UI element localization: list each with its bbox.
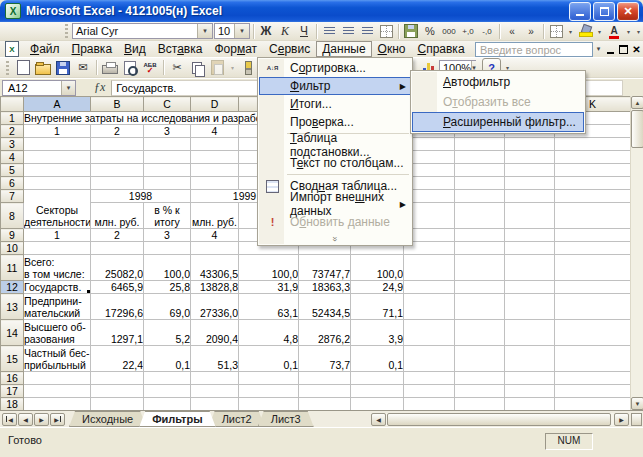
row-header[interactable]: 18: [1, 398, 24, 411]
workbook-restore-button[interactable]: [617, 43, 630, 56]
cell[interactable]: 2: [91, 229, 144, 242]
col-header[interactable]: D: [191, 97, 239, 112]
menu-format[interactable]: Формат: [208, 41, 263, 57]
submenu-item-show-all[interactable]: Отобразить все: [412, 92, 584, 112]
scroll-down-button[interactable]: ▼: [631, 397, 643, 410]
font-size-combo[interactable]: 10 ▾: [214, 23, 250, 39]
cell[interactable]: [555, 229, 631, 242]
submenu-item-advanced-filter[interactable]: Расширенный фильтр...: [412, 112, 584, 132]
cell[interactable]: 22,4: [91, 346, 144, 372]
cell[interactable]: 25082,0: [91, 255, 144, 281]
cell[interactable]: [455, 398, 505, 411]
menu-item-import-external[interactable]: Импорт внешних данных ▶: [259, 195, 411, 213]
cut-button[interactable]: ✂: [168, 59, 186, 76]
cell[interactable]: [455, 242, 505, 255]
row-header[interactable]: 3: [1, 138, 24, 151]
row-header[interactable]: 8: [1, 203, 24, 229]
cell[interactable]: [505, 229, 555, 242]
horizontal-scroll-track[interactable]: [386, 413, 614, 426]
merge-center-button[interactable]: [377, 23, 395, 40]
cell-mln-rub[interactable]: млн. руб.: [191, 203, 239, 229]
cell[interactable]: [24, 398, 91, 411]
cell[interactable]: [299, 372, 351, 385]
cell[interactable]: [505, 151, 555, 164]
tab-ishodnye[interactable]: Исходные: [69, 411, 146, 427]
cell[interactable]: [455, 190, 505, 203]
cell[interactable]: [24, 177, 91, 190]
cell[interactable]: 52434,5: [299, 294, 351, 320]
selected-cell-a12[interactable]: Государств.: [24, 281, 91, 294]
cell[interactable]: 24,9: [351, 281, 404, 294]
mail-button[interactable]: ✉: [74, 59, 92, 76]
cell[interactable]: [351, 385, 404, 398]
paste-button[interactable]: [208, 59, 226, 76]
cell[interactable]: [505, 138, 555, 151]
menu-item-table[interactable]: Таблица подстановки...: [259, 136, 411, 154]
cell[interactable]: [505, 242, 555, 255]
cell[interactable]: [351, 372, 404, 385]
cell[interactable]: [505, 398, 555, 411]
cell[interactable]: [505, 294, 555, 320]
cell[interactable]: 0,1: [239, 346, 299, 372]
row-header[interactable]: 5: [1, 164, 24, 177]
menu-data[interactable]: Данные: [316, 41, 371, 57]
cell[interactable]: [191, 151, 239, 164]
align-left-button[interactable]: [320, 23, 338, 40]
decrease-indent-button[interactable]: «: [503, 23, 521, 40]
cell[interactable]: [144, 372, 191, 385]
cell[interactable]: 100,0: [144, 255, 191, 281]
new-button[interactable]: [14, 59, 32, 76]
cell[interactable]: 6465,9: [91, 281, 144, 294]
workbook-close-button[interactable]: ✕: [630, 43, 643, 56]
cell[interactable]: [144, 164, 191, 177]
cell[interactable]: 3: [144, 229, 191, 242]
borders-button[interactable]: [547, 23, 565, 40]
align-right-button[interactable]: [358, 23, 376, 40]
cell[interactable]: [191, 242, 239, 255]
cell[interactable]: [404, 294, 455, 320]
increase-decimal-button[interactable]: +,0: [459, 23, 477, 40]
row-header[interactable]: 10: [1, 242, 24, 255]
tab-filtry-active[interactable]: Фильтры: [139, 411, 215, 427]
cell[interactable]: 2876,2: [299, 320, 351, 346]
menu-edit[interactable]: Правка: [66, 41, 119, 57]
next-sheet-button[interactable]: ▶: [34, 413, 49, 426]
cell-mln-rub[interactable]: млн. руб.: [91, 203, 144, 229]
row-header[interactable]: 6: [1, 177, 24, 190]
cell[interactable]: 100,0: [351, 255, 404, 281]
cell[interactable]: [505, 177, 555, 190]
vertical-scrollbar[interactable]: ▲ ▼: [630, 96, 643, 410]
cell[interactable]: 73747,7: [299, 255, 351, 281]
cell[interactable]: [239, 372, 299, 385]
row-header[interactable]: 11: [1, 255, 24, 281]
menu-item-validation[interactable]: Проверка...: [259, 113, 411, 131]
row-header[interactable]: 1: [1, 112, 24, 125]
cell[interactable]: 1: [24, 229, 91, 242]
cell[interactable]: [404, 372, 455, 385]
name-box[interactable]: A12 ▾: [2, 80, 76, 96]
align-center-button[interactable]: [339, 23, 357, 40]
cell[interactable]: [91, 398, 144, 411]
cell[interactable]: [24, 164, 91, 177]
cell[interactable]: [505, 320, 555, 346]
cell[interactable]: [455, 372, 505, 385]
cell[interactable]: [455, 294, 505, 320]
cell[interactable]: 0,1: [144, 346, 191, 372]
row-header[interactable]: 13: [1, 294, 24, 320]
chevron-down-icon[interactable]: ▾: [566, 23, 575, 40]
print-button[interactable]: [101, 59, 119, 76]
cell[interactable]: [455, 229, 505, 242]
cell[interactable]: [191, 385, 239, 398]
chevron-down-icon[interactable]: ▾: [593, 45, 604, 53]
underline-button[interactable]: Ч: [295, 23, 313, 40]
cell[interactable]: [299, 398, 351, 411]
horizontal-scroll-thumb[interactable]: [387, 413, 611, 426]
cell[interactable]: [555, 346, 631, 372]
menu-help[interactable]: Справка: [411, 41, 470, 57]
cell-total-label[interactable]: Всего: в том числе:: [24, 255, 91, 281]
cell[interactable]: 4: [191, 229, 239, 242]
row-header[interactable]: 14: [1, 320, 24, 346]
cell[interactable]: 1297,1: [91, 320, 144, 346]
cell[interactable]: [455, 320, 505, 346]
cell[interactable]: [24, 385, 91, 398]
